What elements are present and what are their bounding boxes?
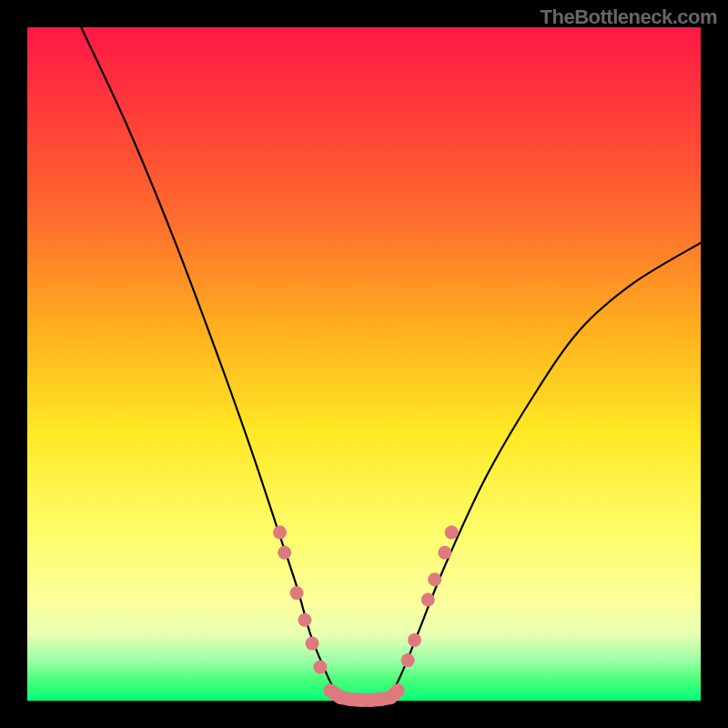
bottleneck-curve bbox=[81, 27, 701, 702]
marker-right bbox=[421, 593, 435, 607]
curve-group bbox=[81, 27, 701, 702]
marker-left bbox=[273, 526, 287, 540]
marker-left bbox=[290, 586, 304, 600]
watermark-text: TheBottleneck.com bbox=[541, 5, 717, 29]
chart-svg bbox=[27, 27, 701, 701]
chart-container: TheBottleneck.com bbox=[0, 0, 728, 728]
marker-left bbox=[298, 613, 311, 627]
marker-left bbox=[278, 546, 291, 560]
marker-right bbox=[408, 633, 421, 647]
marker-right bbox=[438, 546, 451, 560]
marker-right bbox=[401, 653, 415, 667]
plot-area bbox=[27, 27, 701, 701]
marker-right bbox=[428, 572, 441, 586]
marker-basin bbox=[391, 683, 405, 697]
marker-left bbox=[306, 637, 319, 651]
marker-left bbox=[313, 661, 327, 674]
marker-right bbox=[445, 526, 459, 540]
markers-group bbox=[273, 526, 459, 707]
